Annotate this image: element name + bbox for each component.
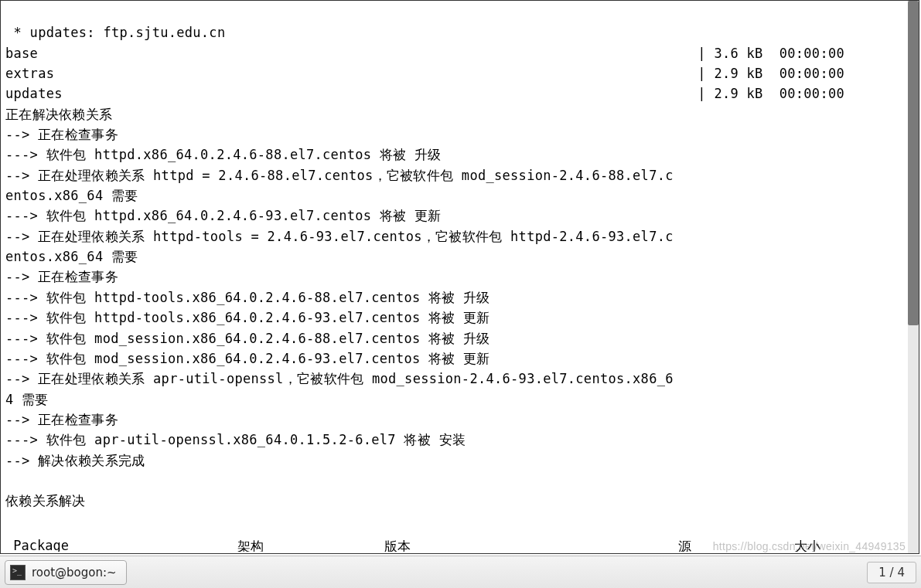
output-line: 依赖关系解决 — [5, 493, 86, 508]
output-line: --> 正在处理依赖关系 httpd-tools = 2.4.6-93.el7.… — [5, 229, 674, 244]
scrollbar-track[interactable] — [908, 1, 919, 553]
col-size: 大小 — [794, 538, 903, 552]
taskbar-item-label: root@bogon:~ — [32, 566, 117, 580]
repo-stats: | 3.6 kB 00:00:00 — [698, 43, 914, 63]
dep-table-header: Package 架构 版本 源 大小 — [5, 538, 903, 552]
taskbar-item-terminal[interactable]: root@bogon:~ — [5, 560, 127, 585]
output-line: --> 正在检查事务 — [5, 412, 118, 427]
output-line: --> 正在检查事务 — [5, 127, 118, 142]
output-line: ---> 软件包 httpd.x86_64.0.2.4.6-88.el7.cen… — [5, 147, 442, 162]
repo-name: base — [5, 43, 38, 63]
col-version: 版本 — [384, 538, 678, 552]
output-line: ---> 软件包 apr-util-openssl.x86_64.0.1.5.2… — [5, 432, 466, 447]
output-line: ---> 软件包 httpd.x86_64.0.2.4.6-93.el7.cen… — [5, 208, 442, 223]
repo-name: updates — [5, 83, 63, 104]
repo-stats: | 2.9 kB 00:00:00 — [698, 83, 914, 104]
repo-stats: | 2.9 kB 00:00:00 — [698, 63, 914, 83]
col-repo: 源 — [678, 538, 794, 552]
terminal-icon — [10, 565, 26, 580]
repo-line-extras: extras| 2.9 kB 00:00:00 — [5, 63, 914, 83]
repo-name: extras — [5, 63, 54, 83]
output-line: ---> 软件包 mod_session.x86_64.0.2.4.6-93.e… — [5, 351, 490, 366]
terminal-output[interactable]: * updates: ftp.sjtu.edu.cn base| 3.6 kB … — [1, 1, 919, 553]
repo-line-updates: updates| 2.9 kB 00:00:00 — [5, 83, 914, 104]
output-line: entos.x86_64 需要 — [5, 188, 138, 203]
scrollbar-thumb[interactable] — [908, 1, 919, 325]
col-package: Package — [5, 538, 237, 552]
output-line: --> 正在处理依赖关系 apr-util-openssl，它被软件包 mod_… — [5, 371, 674, 386]
taskbar: root@bogon:~ 1 / 4 — [0, 556, 921, 588]
terminal-window: * updates: ftp.sjtu.edu.cn base| 3.6 kB … — [0, 0, 919, 554]
output-line: 4 需要 — [5, 392, 49, 407]
workspace-indicator[interactable]: 1 / 4 — [867, 562, 916, 583]
output-line: entos.x86_64 需要 — [5, 249, 138, 264]
output-line: ---> 软件包 mod_session.x86_64.0.2.4.6-88.e… — [5, 331, 490, 346]
output-line: ---> 软件包 httpd-tools.x86_64.0.2.4.6-88.e… — [5, 290, 490, 305]
repo-line-base: base| 3.6 kB 00:00:00 — [5, 43, 914, 63]
output-line: * updates: ftp.sjtu.edu.cn — [5, 25, 225, 40]
output-line: ---> 软件包 httpd-tools.x86_64.0.2.4.6-93.e… — [5, 310, 490, 325]
output-line: --> 正在检查事务 — [5, 269, 118, 284]
output-line: --> 正在处理依赖关系 httpd = 2.4.6-88.el7.centos… — [5, 168, 674, 183]
output-line: --> 解决依赖关系完成 — [5, 453, 145, 468]
col-arch: 架构 — [237, 538, 384, 552]
output-line: 正在解决依赖关系 — [5, 107, 112, 122]
